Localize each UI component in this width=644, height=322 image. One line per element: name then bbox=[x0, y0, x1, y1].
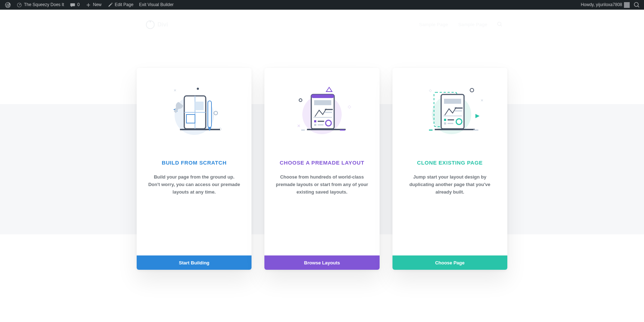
avatar bbox=[624, 2, 630, 8]
howdy-label: Howdy, yijuriloxa7808 bbox=[581, 0, 622, 10]
card-title: BUILD FROM SCRATCH bbox=[146, 160, 242, 166]
build-illustration: ◀ ✕ ◇ bbox=[146, 82, 242, 147]
comments-count-label: 0 bbox=[77, 0, 80, 10]
svg-text:◇: ◇ bbox=[429, 88, 432, 92]
svg-rect-14 bbox=[180, 129, 220, 130]
new-content-menu[interactable]: New bbox=[83, 0, 104, 10]
nav-item: Sample Page bbox=[458, 22, 487, 28]
svg-rect-30 bbox=[314, 124, 316, 126]
card-title: CHOOSE A PREMADE LAYOUT bbox=[274, 160, 370, 166]
nav-item: Sample Page bbox=[419, 22, 448, 28]
svg-rect-33 bbox=[307, 129, 346, 130]
account-menu[interactable]: Howdy, yijuriloxa7808 bbox=[578, 0, 633, 10]
svg-rect-28 bbox=[314, 120, 316, 122]
wp-logo-menu[interactable] bbox=[2, 0, 14, 10]
site-logo-faded: Divi bbox=[145, 20, 168, 30]
site-nav-faded: Sample Page Sample Page bbox=[419, 22, 502, 28]
page-creation-modal: ◀ ✕ ◇ bbox=[137, 68, 507, 270]
edit-page-label: Edit Page bbox=[115, 0, 133, 10]
svg-point-6 bbox=[197, 88, 199, 90]
build-from-scratch-card[interactable]: ◀ ✕ ◇ bbox=[137, 68, 252, 270]
admin-bar-left: The Squeezy Does It 0 New Edit Page Exit… bbox=[2, 0, 176, 10]
dashboard-icon bbox=[16, 2, 22, 8]
site-title-label: The Squeezy Does It bbox=[24, 0, 64, 10]
start-building-button[interactable]: Start Building bbox=[137, 255, 252, 270]
svg-point-37 bbox=[470, 88, 474, 92]
svg-rect-12 bbox=[195, 102, 204, 110]
svg-rect-54 bbox=[429, 130, 433, 131]
svg-point-19 bbox=[299, 99, 302, 102]
svg-text:✕: ✕ bbox=[480, 98, 483, 102]
svg-rect-47 bbox=[444, 119, 446, 121]
card-title: CLONE EXISTING PAGE bbox=[402, 160, 498, 166]
card-body: ◇ ✕ bbox=[264, 68, 379, 255]
exit-vb-label: Exit Visual Builder bbox=[139, 0, 174, 10]
svg-text:▶: ▶ bbox=[475, 113, 480, 118]
svg-text:✕: ✕ bbox=[297, 123, 301, 128]
choose-premade-card[interactable]: ◇ ✕ bbox=[264, 68, 379, 270]
card-desc: Jump start your layout design by duplica… bbox=[403, 174, 496, 196]
card-body: ◇ ✕ ▶ bbox=[392, 68, 507, 255]
svg-point-2 bbox=[150, 21, 151, 23]
nav-search-icon bbox=[497, 22, 502, 28]
exit-visual-builder-link[interactable]: Exit Visual Builder bbox=[136, 0, 177, 10]
svg-rect-15 bbox=[208, 101, 211, 127]
card-desc: Choose from hundreds of world-class prem… bbox=[275, 174, 369, 196]
svg-rect-35 bbox=[301, 130, 305, 131]
pencil-icon bbox=[107, 2, 113, 8]
svg-marker-18 bbox=[326, 87, 332, 92]
edit-page-link[interactable]: Edit Page bbox=[104, 0, 136, 10]
premade-illustration: ◇ ✕ bbox=[274, 82, 370, 147]
site-name-menu[interactable]: The Squeezy Does It bbox=[14, 0, 67, 10]
search-icon bbox=[634, 2, 640, 8]
comments-menu[interactable]: 0 bbox=[67, 0, 83, 10]
svg-rect-53 bbox=[473, 130, 478, 131]
clone-illustration: ◇ ✕ ▶ bbox=[402, 82, 498, 147]
card-body: ◀ ✕ ◇ bbox=[137, 68, 252, 255]
search-toggle[interactable] bbox=[633, 0, 641, 10]
svg-rect-24 bbox=[314, 100, 331, 105]
wp-admin-bar: The Squeezy Does It 0 New Edit Page Exit… bbox=[0, 0, 644, 10]
plus-icon bbox=[86, 2, 91, 8]
new-label: New bbox=[93, 0, 102, 10]
admin-bar-right: Howdy, yijuriloxa7808 bbox=[578, 0, 641, 10]
browse-layouts-button[interactable]: Browse Layouts bbox=[264, 255, 379, 270]
svg-text:✕: ✕ bbox=[174, 88, 176, 92]
svg-rect-52 bbox=[435, 129, 475, 130]
clone-page-card[interactable]: ◇ ✕ ▶ bbox=[392, 68, 507, 270]
svg-rect-43 bbox=[444, 99, 461, 104]
svg-rect-23 bbox=[311, 94, 334, 98]
svg-rect-49 bbox=[444, 122, 446, 125]
svg-text:◇: ◇ bbox=[348, 104, 351, 109]
card-desc: Build your page from the ground up. Don'… bbox=[148, 174, 241, 196]
svg-point-7 bbox=[214, 111, 218, 115]
svg-rect-34 bbox=[340, 130, 345, 131]
comments-icon bbox=[70, 2, 75, 8]
wordpress-icon bbox=[5, 2, 11, 8]
choose-page-button[interactable]: Choose Page bbox=[392, 255, 507, 270]
